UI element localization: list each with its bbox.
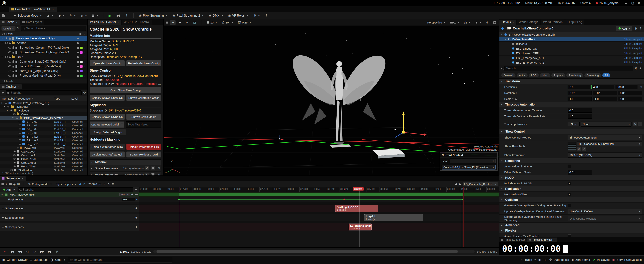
expand-chevron-icon[interactable]: ▾ [2, 56, 4, 58]
level-color-swatch[interactable] [80, 70, 82, 72]
lock-icon[interactable] [12, 66, 14, 67]
level-row[interactable]: Coachella_StageDMX (Read-Only) ⋮ [0, 59, 88, 64]
visibility-eye-icon[interactable] [16, 147, 18, 148]
show-framerate-dropdown[interactable]: 23.976 (NTSC/24)▾ [568, 152, 642, 157]
add-subsequence-icon[interactable]: ✚ [136, 226, 138, 228]
level-color-swatch[interactable] [80, 65, 82, 68]
record-button[interactable]: ● [2, 249, 8, 254]
save-level-icon[interactable] [77, 75, 79, 77]
reset-icon[interactable]: ⟲ [158, 173, 160, 175]
expand-chevron-icon[interactable]: ▾ [501, 33, 504, 36]
rename-icon[interactable]: ✎ [32, 97, 34, 100]
row-kebab-icon[interactable]: ⋮ [84, 46, 86, 49]
visibility-eye-icon[interactable] [19, 125, 21, 126]
actions-icon[interactable]: ⊞ [17, 182, 20, 186]
clip-angel[interactable]: Angel_l... 1 track(s) [364, 214, 423, 221]
levels-search-input[interactable] [26, 27, 84, 30]
visibility-eye-icon[interactable] [13, 154, 16, 156]
column-kebab-icon[interactable]: ⋮ [83, 32, 86, 35]
row-kebab-icon[interactable]: ⋮ [84, 74, 86, 77]
display-filter-icon[interactable] [639, 67, 642, 69]
viewport-menu-icon[interactable]: ☰ [166, 20, 168, 24]
close-tab-icon[interactable]: × [18, 85, 20, 88]
actor-type[interactable]: PCGVolu [54, 146, 71, 149]
content-drawer-button[interactable]: ▣ Content Drawer [2, 258, 28, 262]
brush-mode-button[interactable]: ⊞▾ [90, 13, 100, 18]
skip-frame-button[interactable]: ▶▮ [115, 13, 122, 18]
camera-count-dropdown[interactable]: 1▾ [449, 20, 460, 25]
save-level-icon[interactable] [77, 42, 79, 44]
level-row[interactable]: ▾ DMX ⋮ [0, 55, 88, 59]
actor-type[interactable]: StaticMe [54, 165, 71, 168]
visibility-eye-icon[interactable] [10, 169, 13, 171]
track-fog-intensity[interactable]: FogIntensity 0.0 ◆ [0, 197, 499, 202]
landscape-mode-button[interactable]: ▲▾ [45, 13, 55, 18]
sequence-breadcrumb[interactable]: LS_Coachella_Beatrix× [463, 182, 498, 186]
row-kebab-icon[interactable]: ⋮ [84, 65, 86, 68]
play-options-kebab-icon[interactable]: ⋮ [123, 13, 130, 18]
visibility-eye-icon[interactable] [5, 56, 8, 58]
select-tool-button[interactable]: ➤ [170, 20, 176, 25]
edit-in-blueprint-link[interactable]: Edit in Blueprint [624, 38, 642, 41]
levels-menu-button[interactable]: Levels▾ [2, 26, 16, 31]
console-input[interactable] [70, 258, 170, 262]
add-track-button[interactable]: ✚Add▾ [2, 188, 16, 192]
play-reverse-button[interactable]: ◁ [24, 249, 30, 254]
playback-start-marker[interactable] [179, 187, 179, 248]
edit-in-blueprint-link[interactable]: Edit in Blueprint [624, 47, 642, 50]
menu-item[interactable] [44, 2, 49, 4]
async-physics-checkbox[interactable] [568, 234, 571, 237]
material-section-header[interactable]: ▾Material [90, 159, 161, 165]
maximize-button[interactable]: ▢ [630, 1, 636, 5]
scrollbar-thumb[interactable] [156, 250, 458, 253]
level-row[interactable]: ▾ Persistent Level (Read-Only) ⋮ [0, 36, 88, 41]
update-selected-origin-button[interactable]: Update Selected Origin T [90, 121, 124, 128]
component-row[interactable]: Billboard Edit in Blueprint [500, 42, 644, 46]
timeline-scrollbar[interactable] [153, 250, 475, 253]
details-filter-settings-icon[interactable]: ⚙ [635, 67, 638, 70]
reset-icon[interactable]: ⟲ [158, 166, 160, 170]
go-to-start-button[interactable]: ▮◀ [9, 249, 15, 254]
outliner-row[interactable]: BP_...02 Edit BP_I Coachell [0, 120, 88, 124]
copy-icon[interactable]: ❒ [638, 122, 642, 126]
actor-type[interactable]: StaticMe [54, 154, 71, 157]
outliner-row[interactable]: BP_...er2 Edit BP_I Coachell [0, 138, 88, 142]
details-kebab-icon[interactable]: ⋮ [639, 27, 642, 31]
open-machines-config-button[interactable]: Open Machines Config [90, 60, 125, 66]
expand-chevron-icon[interactable]: ▾ [4, 105, 6, 108]
derived-data-icon[interactable]: ◎ [544, 258, 546, 262]
scale-y-field[interactable]: 1.0 [593, 97, 617, 101]
filter-chip[interactable]: Rendering [566, 73, 583, 77]
clear-array-icon[interactable] [151, 173, 155, 175]
filter-chip[interactable]: LOD [529, 73, 539, 77]
level-row[interactable]: florte_LTS_virgil (Read-Only) ⋮ [0, 69, 88, 73]
generate-overlap-checkbox[interactable] [568, 204, 571, 207]
show-flags-dropdown[interactable]: ▾ [474, 20, 483, 24]
menu-item[interactable] [8, 2, 13, 4]
scale-z-field[interactable]: 1.0 [618, 97, 642, 101]
visibility-eye-icon[interactable] [8, 75, 12, 77]
close-tab-icon[interactable]: × [554, 238, 555, 242]
billboard-scale-field[interactable]: 0.01 [568, 170, 592, 174]
fracture-mode-button[interactable]: ◈▾ [79, 13, 88, 18]
close-icon[interactable]: × [494, 182, 496, 186]
close-tab-icon[interactable]: × [117, 21, 119, 24]
track-filter-icon[interactable] [135, 189, 138, 191]
visibility-eye-icon[interactable] [13, 151, 16, 152]
net-load-checkbox[interactable] [568, 193, 571, 196]
section-physics[interactable]: ▾Physics [500, 228, 644, 233]
expand-chevron-icon[interactable]: ▾ [2, 42, 4, 44]
maximize-viewport-icon[interactable] [492, 21, 497, 24]
tab-details[interactable]: Details× [500, 19, 516, 25]
nav-forward-icon[interactable]: ▶ [459, 182, 461, 186]
outliner-options-icon[interactable]: ≡ [112, 182, 114, 186]
clip-badangel[interactable]: BadAngel_GOOD 1 track(s) [335, 205, 378, 212]
source-control-status[interactable]: ✔ All Saved [593, 258, 610, 262]
visibility-eye-icon[interactable] [19, 136, 21, 137]
visibility-eye-icon[interactable] [5, 42, 8, 44]
actor-type[interactable]: Edit BP_I [54, 139, 71, 142]
fog-timeline[interactable] [139, 197, 499, 202]
settings-dropdown[interactable]: ⚙▾ [252, 13, 262, 18]
rotate-tool-button[interactable]: ⟳ [184, 20, 190, 25]
outliner-settings-icon[interactable]: ⚙ [83, 91, 86, 95]
